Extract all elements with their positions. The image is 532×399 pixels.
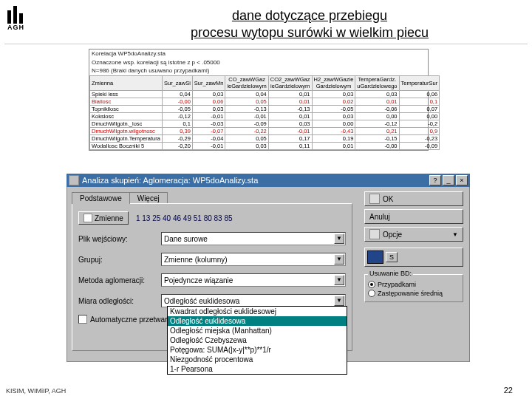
table-row: BiaIlosc-0,000,060,050,010,020,010,1 [90,98,440,105]
page-number: 22 [504,386,513,395]
close-button[interactable]: × [456,175,468,185]
cancel-label: Anuluj [369,213,390,221]
ok-label: OK [383,195,393,203]
options-button[interactable]: Opcje▼ [364,227,463,242]
options-label: Opcje [383,231,402,239]
dialog-titlebar[interactable]: Analiza skupień: Aglomeracja: WP5doAnali… [66,174,470,187]
input-combo[interactable]: Dane surowe▼ [161,232,346,245]
variables-value: 1 13 25 40 46 49 51 80 83 85 [136,214,233,222]
distance-dropdown[interactable]: Kwadrat odległości euklidesowejOdległość… [167,306,347,375]
col-header: TemperaGardz.uGardzielowego [355,75,399,90]
agh-logo: AGH [7,6,28,33]
app-icon [69,175,79,185]
minimize-button[interactable]: _ [443,175,454,185]
method-combo[interactable]: Pojedyncze wiązanie▼ [161,273,346,287]
radio-mean[interactable]: Zastępowanie średnią [368,290,460,297]
table-row: Spieki less0,040,030,040,010,030,030,06 [90,90,440,98]
correlation-table: ZmiennaSur_zawSiSur_zawMnCO_zawWGazieGar… [89,75,440,150]
chevron-down-icon[interactable]: ▼ [334,296,344,306]
correlation-panel: Korelacja WP5doAnalizy.sta Oznaczone wsp… [89,49,429,151]
chevron-down-icon[interactable]: ▼ [334,233,344,244]
delete-bd-title: Usuwanie BD: [368,270,413,277]
corr-meta-2: Oznaczone wsp. korelacji są istotne z p … [89,58,428,67]
delete-bd-group: Usuwanie BD: Przypadkami Zastępowanie śr… [364,274,463,302]
ok-icon [369,194,380,204]
options-icon [369,229,380,239]
input-label: Plik wejściowy: [78,235,161,243]
variables-button[interactable]: Zmienne [78,211,129,225]
corr-meta-1: Korelacja WP5doAnalizy.sta [89,50,428,58]
dialog-title: Analiza skupień: Aglomeracja: WP5doAnali… [82,176,258,185]
col-header: TemperaturSur [399,75,440,90]
table-row: WodaIlosc Boczniki 5-0,20-0,010,030,110,… [90,142,440,149]
chevron-down-icon[interactable]: ▼ [334,275,344,285]
dropdown-item[interactable]: Odległość Czebyszewa [168,335,347,345]
ok-button[interactable]: OK [364,191,463,206]
corr-meta-3: N=986 (Braki danych usuwano przypadkami) [89,66,428,75]
dialog-panel: Zmienne 1 13 25 40 46 49 51 80 83 85 Pli… [72,203,352,351]
col-header: Sur_zawMn [192,75,225,90]
method-label: Metoda aglomeracji: [78,276,161,284]
group-combo[interactable]: Zmienne (kolumny)▼ [161,253,346,266]
select-cases-icon [367,250,383,264]
col-header: H2_zawWGazieGardzielowym [312,75,355,90]
dropdown-item[interactable]: 1-r Pearsona [168,364,347,374]
select-cases-button[interactable]: S [364,248,463,267]
chevron-down-icon: ▼ [452,231,458,238]
distance-label: Miara odległości: [78,297,161,305]
table-row: Kokslosc-0,12-0,01-0,010,010,030,000,00 [90,112,440,120]
tab-more[interactable]: Więcej [129,192,168,204]
group-value: Zmienne (kolumny) [164,256,228,264]
select-cases-btn-label: S [386,252,398,262]
tab-basic[interactable]: Podstawowe [72,192,130,204]
radio-mean-label: Zastępowanie średnią [378,290,443,297]
dropdown-item[interactable]: Odległość euklidesowa [168,316,347,326]
col-variable: Zmienna [90,75,163,90]
col-header: CO2_zawWGazieGardzielowym [268,75,312,90]
footer-left: KISIM, WIMiIP, AGH [6,387,66,395]
cancel-button[interactable]: Anuluj [364,209,463,224]
radio-icon [368,281,375,288]
table-row: DmuchWilgotn._losc0,1-0,03-0,090,030,00-… [90,120,440,127]
radio-cases-label: Przypadkami [378,281,416,288]
col-header: Sur_zawSi [162,75,192,90]
radio-icon [368,290,375,297]
group-label: Grupuj: [78,256,161,264]
dropdown-item[interactable]: Potęgowa: SUMA(|x-y|**p)**1/r [168,345,347,355]
variables-button-label: Zmienne [95,214,123,222]
variables-icon [83,214,92,222]
table-row: DmuchWilgotn.Temperatura-0,29-0,040,050,… [90,134,440,142]
cluster-dialog: Analiza skupień: Aglomeracja: WP5doAnali… [66,174,470,362]
chevron-down-icon[interactable]: ▼ [334,254,344,265]
radio-cases[interactable]: Przypadkami [368,281,460,288]
table-row: Topnikilosc-0,050,03-0,13-0,13-0,05-0,06… [90,105,440,112]
dropdown-item[interactable]: Odległość miejska (Manhattan) [168,326,347,335]
dropdown-item[interactable]: Niezgodność procentowa [168,355,347,364]
help-button[interactable]: ? [429,175,441,185]
col-header: CO_zawWGazieGardzielowym [225,75,268,90]
logo-text: AGH [7,24,28,31]
input-value: Dane surowe [164,235,208,243]
table-row: DmuchWilgotn.wilgotnosc0,39-0,07-0,22-0,… [90,127,440,134]
dropdown-item[interactable]: Kwadrat odległości euklidesowej [168,307,347,316]
checkbox-box[interactable] [78,315,87,324]
method-value: Pojedyncze wiązanie [164,276,233,284]
slide-title: dane dotyczące przebiegu procesu wytopu … [95,6,525,41]
distance-value: Odległość euklidesowa [164,297,239,305]
